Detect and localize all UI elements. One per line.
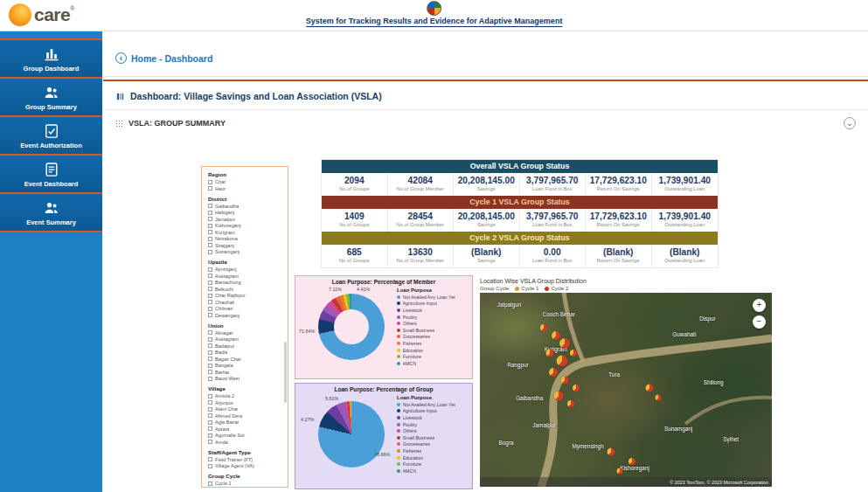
legend-item-furniture[interactable]: Furniture <box>397 353 469 360</box>
filter-option-sunamganj[interactable]: Sunamganj <box>208 249 285 254</box>
legend-item-fisheries[interactable]: Fisheries <box>397 447 469 454</box>
filter-option-arjunpur[interactable]: Arjunpur <box>208 400 285 405</box>
filter-option-badla[interactable]: Badla <box>208 350 285 355</box>
filter-option-netrakona[interactable]: Netrakona <box>208 236 285 241</box>
checkbox-icon[interactable] <box>208 300 212 304</box>
legend-item-education[interactable]: Education <box>397 454 469 461</box>
legend-item-furniture[interactable]: Furniture <box>397 461 469 468</box>
legend-item-poultry[interactable]: Poultry <box>397 421 469 428</box>
filter-option-austagram[interactable]: Austagram <box>208 336 285 342</box>
checkbox-icon[interactable] <box>208 281 212 285</box>
checkbox-icon[interactable] <box>208 377 212 381</box>
legend-item-education[interactable]: Education <box>397 347 469 354</box>
filter-scrollbar[interactable] <box>284 342 287 403</box>
group-marker[interactable] <box>560 376 568 384</box>
legend-item-agriculture-input[interactable]: Agriculture Input <box>397 408 469 415</box>
sidebar-item-group-dashboard[interactable]: Group Dashboard <box>0 40 102 77</box>
checkbox-icon[interactable] <box>208 307 212 311</box>
checkbox-icon[interactable] <box>208 407 212 412</box>
back-icon[interactable]: ‹ <box>115 52 127 64</box>
filter-option-aptara[interactable]: Aptara <box>208 426 285 432</box>
filter-option-dewanganj[interactable]: Dewanganj <box>208 313 285 318</box>
checkbox-icon[interactable] <box>208 217 212 221</box>
checkbox-icon[interactable] <box>208 250 212 254</box>
filter-option-field-trainer-ft[interactable]: Field Trainer (FT) <box>208 457 285 462</box>
filter-option-amtola-2[interactable]: Amtola 2 <box>208 393 285 398</box>
filter-option-sirajganj[interactable]: Sirajganj <box>208 243 285 248</box>
filter-option-kishoreganj[interactable]: Kishoreganj <box>208 223 285 228</box>
sidebar-item-event-authorization[interactable]: Event Authorization <box>0 117 102 154</box>
zoom-in-button[interactable]: + <box>753 299 766 312</box>
filter-option-ajmiriganj[interactable]: Ajmiriganj <box>208 267 285 272</box>
legend-item-poultry[interactable]: Poultry <box>397 314 469 321</box>
checkbox-icon[interactable] <box>208 364 212 368</box>
map-cycle-cycle-1[interactable]: Cycle 1 <box>515 286 538 291</box>
sidebar-item-group-summary[interactable]: Group Summary <box>0 79 102 115</box>
filter-option-chauhali[interactable]: Chauhali <box>208 300 285 305</box>
filter-option-amda[interactable]: Amda <box>208 440 285 445</box>
filter-option-haor[interactable]: Haor <box>208 186 285 191</box>
checkbox-icon[interactable] <box>208 343 212 348</box>
legend-item-others[interactable]: Others <box>397 427 469 434</box>
filter-option-habiganj[interactable]: Habiganj <box>208 210 285 215</box>
legend-item-small-business[interactable]: Small Business <box>397 327 469 334</box>
legend-item-not-availed-any-loan-yet[interactable]: Not Availed Any Loan Yet <box>397 294 469 301</box>
legend-item-amcn[interactable]: AMCN <box>397 468 469 475</box>
group-marker[interactable] <box>655 394 661 400</box>
filter-option-baniachong[interactable]: Baniachong <box>208 280 285 285</box>
checkbox-icon[interactable] <box>208 211 212 215</box>
sidebar-item-event-summary[interactable]: Event Summary <box>0 194 102 231</box>
legend-item-grocessaries[interactable]: Grocessaries <box>397 441 469 448</box>
filter-option-agla-bazar[interactable]: Agla Bazar <box>208 419 285 425</box>
group-marker[interactable] <box>554 391 564 400</box>
checkbox-icon[interactable] <box>208 394 212 398</box>
sidebar-item-event-dashboard[interactable]: Event Dashboard <box>0 156 102 192</box>
checkbox-icon[interactable] <box>208 274 212 278</box>
checkbox-icon[interactable] <box>208 350 212 355</box>
checkbox-icon[interactable] <box>208 337 212 342</box>
checkbox-icon[interactable] <box>208 224 212 228</box>
group-marker[interactable] <box>608 448 615 456</box>
checkbox-icon[interactable] <box>208 370 212 374</box>
legend-item-others[interactable]: Others <box>397 320 469 327</box>
group-marker[interactable] <box>628 458 635 465</box>
legend-item-grocessaries[interactable]: Grocessaries <box>397 334 469 341</box>
filter-option-alinagar[interactable]: Alinagar <box>208 330 285 336</box>
checkbox-icon[interactable] <box>208 330 212 335</box>
checkbox-icon[interactable] <box>208 400 212 405</box>
group-marker[interactable] <box>552 331 560 340</box>
breadcrumb-label[interactable]: Home - Dashboard <box>131 53 212 64</box>
collapse-icon[interactable]: ⌄ <box>844 117 856 129</box>
map-cycle-cycle-2[interactable]: Cycle 2 <box>545 286 568 291</box>
checkbox-icon[interactable] <box>208 237 212 241</box>
group-marker[interactable] <box>556 355 567 366</box>
breadcrumb[interactable]: ‹ Home - Dashboard <box>103 31 212 64</box>
group-marker[interactable] <box>546 349 554 357</box>
filter-option-kurigram[interactable]: Kurigram <box>208 230 285 235</box>
legend-item-livestock[interactable]: Livestock <box>397 414 469 421</box>
checkbox-icon[interactable] <box>208 357 212 361</box>
legend-item-fisheries[interactable]: Fisheries <box>397 340 469 347</box>
checkbox-icon[interactable] <box>208 433 212 438</box>
checkbox-icon[interactable] <box>208 186 212 191</box>
filter-option-atani-char[interactable]: Atani Char <box>208 406 285 412</box>
map-view[interactable]: + − © 2023 TomTom, © 2023 Microsoft Corp… <box>480 293 772 487</box>
checkbox-icon[interactable] <box>208 267 212 272</box>
zoom-out-button[interactable]: − <box>753 315 766 329</box>
checkbox-icon[interactable] <box>208 294 212 298</box>
filter-option-village-agent-va[interactable]: Village Agent (VA) <box>208 463 285 468</box>
legend-item-livestock[interactable]: Livestock <box>397 307 469 314</box>
filter-option-bangala[interactable]: Bangala <box>208 363 285 368</box>
checkbox-icon[interactable] <box>208 420 212 425</box>
checkbox-icon[interactable] <box>208 457 212 461</box>
filter-option-austagram[interactable]: Austagram <box>208 274 285 279</box>
checkbox-icon[interactable] <box>208 243 212 247</box>
checkbox-icon[interactable] <box>208 287 212 291</box>
checkbox-icon[interactable] <box>208 204 212 208</box>
filter-option-char-rajibpur[interactable]: Char Rajibpur <box>208 293 285 298</box>
filter-option-ahmed-dera[interactable]: Ahmed Dera <box>208 413 285 419</box>
group-marker[interactable] <box>573 385 580 392</box>
group-marker[interactable] <box>645 384 653 392</box>
filter-option-bausi-west[interactable]: Bausi West <box>208 376 285 381</box>
filter-option-char[interactable]: Char <box>208 179 285 184</box>
